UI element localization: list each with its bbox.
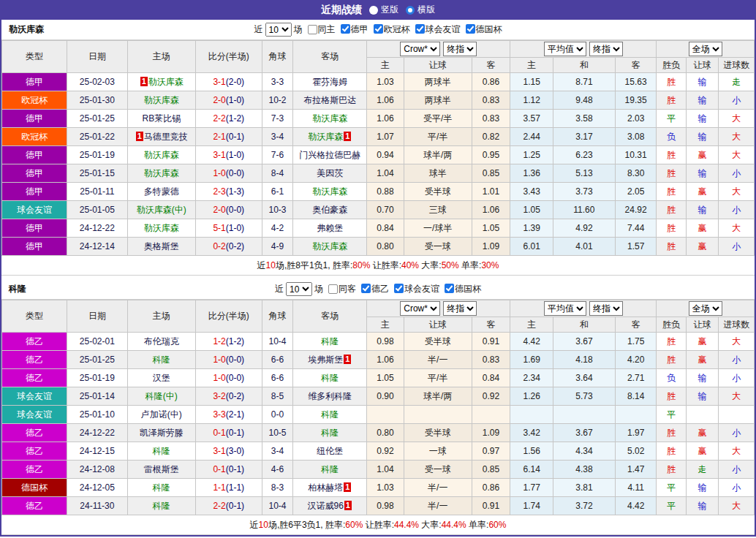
result-value: 赢 xyxy=(698,446,707,456)
result-cell: 胜 xyxy=(657,424,686,442)
fulltime-score: 2-0 xyxy=(213,95,225,105)
league-type-cell: 德乙 xyxy=(2,424,67,442)
same-venue-label: 同主 xyxy=(318,23,336,36)
league-type-cell: 德甲 xyxy=(2,146,67,164)
league-checkbox[interactable] xyxy=(415,24,425,34)
avg-draw-cell: 4.01 xyxy=(553,238,615,256)
match-count-select[interactable]: 10 xyxy=(265,23,292,37)
result-value: 输 xyxy=(698,391,707,401)
home-team-cell: 1勒沃库森 xyxy=(127,73,195,91)
league-filter-label: 欧冠杯 xyxy=(384,24,410,34)
fulltime-select[interactable]: 全场 xyxy=(689,42,722,56)
home-team-cell: 科隆 xyxy=(127,497,195,515)
summary-row: 近10场,胜8平1负1, 胜率:80% 让胜率:40% 大率:50% 单率:30… xyxy=(1,256,755,276)
league-checkbox[interactable] xyxy=(341,24,350,34)
result-cell: 胜 xyxy=(657,351,686,369)
away-team-name: 美因茨 xyxy=(317,168,343,178)
league-checkbox[interactable] xyxy=(361,284,371,293)
summary-segment: 50% xyxy=(442,260,459,270)
handicap-cell: 受半球 xyxy=(404,424,472,442)
same-venue-checkbox[interactable] xyxy=(308,25,317,34)
handicap-cell: 受一球 xyxy=(404,461,472,479)
corner-cell: 7-3 xyxy=(262,110,292,128)
avg-home-cell: 1.15 xyxy=(510,73,553,91)
fulltime-score: 2-2 xyxy=(213,501,225,511)
avg-draw-cell: 9.48 xyxy=(553,91,615,110)
home-team-cell: 汉堡 xyxy=(127,369,195,387)
col-type: 类型 xyxy=(2,41,67,73)
result-value: 大 xyxy=(732,336,741,346)
league-checkbox[interactable] xyxy=(394,284,404,293)
handicap-cell: 三球 xyxy=(404,201,472,219)
away-team-cell: 勒沃库森 xyxy=(293,238,367,256)
league-checkbox[interactable] xyxy=(445,284,454,293)
odds-stage-select[interactable]: 终指 xyxy=(443,42,477,56)
odds-provider-select[interactable]: Crow* xyxy=(400,301,440,316)
result-value: 大 xyxy=(732,186,741,197)
match-row: 欧冠杯25-01-30勒沃库森2-0(1-0)10-2布拉格斯巴达1.06两球半… xyxy=(2,91,755,110)
corner-cell: 3-4 xyxy=(262,128,292,146)
summary-segment: 大率: xyxy=(419,520,442,530)
goals-result-cell: 大 xyxy=(719,442,755,461)
odds-home-cell: 0.84 xyxy=(367,219,404,238)
league-filter-label: 球会友谊 xyxy=(404,284,439,294)
avg-select[interactable]: 平均值 xyxy=(544,301,586,316)
match-row: 球会友谊25-01-05勒沃库森(中)2-0(0-0)10-3奥伯豪森0.70三… xyxy=(2,201,755,219)
league-type-cell: 德甲 xyxy=(2,219,67,238)
avg-home-cell: 6.01 xyxy=(510,238,553,256)
avg-home-cell: 1.77 xyxy=(510,479,553,497)
score-cell: 1-0(0-0) xyxy=(195,369,262,387)
league-checkbox[interactable] xyxy=(466,24,475,34)
result-cell: 平 xyxy=(657,479,686,497)
avg-select[interactable]: 平均值 xyxy=(544,42,586,56)
league-checkbox[interactable] xyxy=(374,24,383,34)
score-cell: 2-3(1-3) xyxy=(195,183,262,201)
match-count-select[interactable]: 10 xyxy=(286,282,312,296)
result-value: 大 xyxy=(732,150,741,160)
goals-result-cell xyxy=(719,406,755,424)
date-cell: 24-12-08 xyxy=(67,461,127,479)
score-cell: 2-1(0-1) xyxy=(195,128,262,146)
odds-stage-select[interactable]: 终指 xyxy=(443,301,477,316)
goals-result-cell: 小 xyxy=(719,164,755,183)
league-type-cell: 德乙 xyxy=(2,461,67,479)
home-team-name: RB莱比锡 xyxy=(142,113,181,124)
horizontal-layout-radio[interactable] xyxy=(406,6,415,15)
result-cell: 胜 xyxy=(657,201,686,219)
result-value: 输 xyxy=(698,501,707,511)
date-cell: 24-12-14 xyxy=(67,238,127,256)
fulltime-score: 5-1 xyxy=(213,223,225,233)
away-team-cell: 布拉格斯巴达 xyxy=(293,91,367,110)
away-team-cell: 美因茨 xyxy=(293,164,367,183)
league-type-cell: 欧冠杯 xyxy=(2,91,67,110)
subcol-handicap: 让球 xyxy=(404,317,472,333)
odds-away-cell: 1.01 xyxy=(472,183,510,201)
result-value: 负 xyxy=(667,373,676,383)
subcol-odds-away: 客 xyxy=(472,317,510,333)
result-value: 小 xyxy=(732,428,741,438)
league-type-cell: 德乙 xyxy=(2,369,67,387)
avg-home-cell: 6.14 xyxy=(510,461,553,479)
avg-home-cell: 2.44 xyxy=(510,128,553,146)
league-filters: 德甲欧冠杯球会友谊德国杯 xyxy=(336,23,502,36)
odds-provider-select[interactable]: Crow* xyxy=(400,42,440,56)
result-value: 赢 xyxy=(698,186,707,197)
odds-home-cell: 0.98 xyxy=(367,333,404,351)
avg-stage-select[interactable]: 终指 xyxy=(589,42,623,56)
fulltime-select[interactable]: 全场 xyxy=(689,301,722,316)
match-row: 德甲24-12-22勒沃库森5-1(1-0)4-2弗赖堡0.84一/球半1.05… xyxy=(2,219,755,238)
avg-home-cell xyxy=(510,406,553,424)
matches-label: 场 xyxy=(314,283,323,295)
corner-cell: 6-6 xyxy=(262,351,292,369)
result-value: 胜 xyxy=(667,241,676,251)
avg-stage-select[interactable]: 终指 xyxy=(589,301,623,316)
col-away: 客场 xyxy=(293,300,367,333)
results-table: 类型 日期 主场 比分(半场) 角球 客场 Crow*终指 平均值终指 全场 xyxy=(1,300,755,515)
same-venue-checkbox[interactable] xyxy=(328,284,338,294)
result-value: 平 xyxy=(667,409,676,420)
rank-badge: 1 xyxy=(344,482,351,492)
result-value: 胜 xyxy=(667,336,676,346)
vertical-layout-radio[interactable] xyxy=(369,6,378,15)
home-team-cell: 凯泽斯劳滕 xyxy=(127,424,195,442)
match-row: 德甲25-01-11多特蒙德2-3(1-3)6-1勒沃库森0.88受半球1.01… xyxy=(2,183,755,201)
